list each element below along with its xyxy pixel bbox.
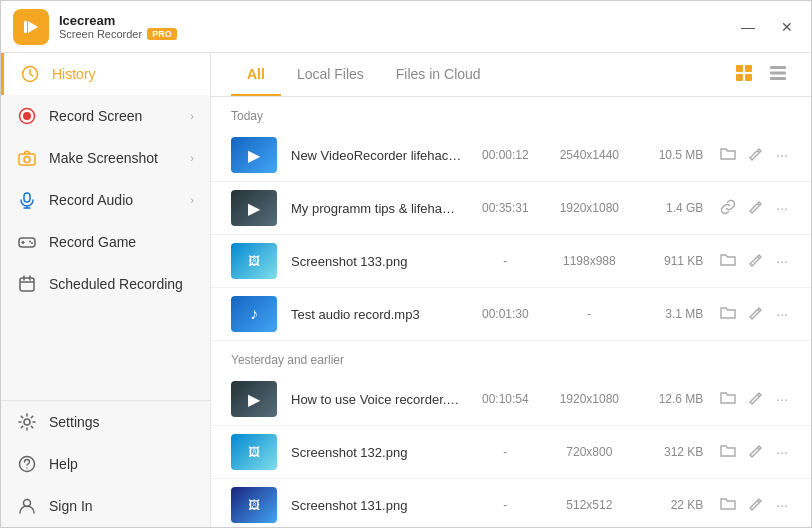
section-yesterday: Yesterday and earlier [211, 341, 811, 373]
sidebar-item-settings-label: Settings [49, 414, 100, 430]
file-name: New VideoRecorder lifehacks.mp4 [291, 148, 461, 163]
folder-button7[interactable] [717, 494, 739, 517]
table-row: ▶ How to use Voice recorder.mp4 00:10:54… [211, 373, 811, 426]
file-thumbnail: 🖼 [231, 243, 277, 279]
more-button6[interactable]: ··· [773, 442, 791, 462]
svg-rect-31 [770, 77, 786, 80]
tab-all[interactable]: All [231, 54, 281, 96]
sidebar-item-help-label: Help [49, 456, 78, 472]
edit-button3[interactable] [745, 250, 767, 273]
tab-cloud[interactable]: Files in Cloud [380, 54, 497, 96]
close-button[interactable]: ✕ [775, 17, 799, 37]
svg-line-34 [758, 256, 760, 258]
file-duration: 00:01:30 [475, 307, 535, 321]
file-resolution: 2540x1440 [549, 148, 629, 162]
edit-button6[interactable] [745, 441, 767, 464]
app-subtitle-text: Screen Recorder [59, 28, 142, 40]
chevron-right-icon3: › [190, 194, 194, 206]
table-row: ♪ Test audio record.mp3 00:01:30 - 3.1 M… [211, 288, 811, 341]
file-duration: - [475, 445, 535, 459]
link-button[interactable] [717, 197, 739, 220]
folder-button[interactable] [717, 144, 739, 167]
sidebar-bottom: Settings Help [1, 400, 210, 527]
list-view-button[interactable] [765, 62, 791, 88]
svg-point-15 [29, 241, 31, 243]
svg-point-7 [24, 157, 30, 163]
more-button4[interactable]: ··· [773, 304, 791, 324]
edit-button7[interactable] [745, 494, 767, 517]
file-thumbnail: ▶ [231, 137, 277, 173]
minimize-button[interactable]: — [735, 17, 761, 37]
file-size: 312 KB [643, 445, 703, 459]
edit-button5[interactable] [745, 388, 767, 411]
clock-icon [20, 64, 40, 84]
svg-rect-6 [19, 154, 35, 165]
mic-icon [17, 190, 37, 210]
file-resolution: 1198x988 [549, 254, 629, 268]
grid-view-button[interactable] [731, 62, 757, 88]
sidebar-item-history[interactable]: History [1, 53, 210, 95]
table-row: 🖼 Screenshot 132.png - 720x800 312 KB [211, 426, 811, 479]
sidebar-item-record-game[interactable]: Record Game [1, 221, 210, 263]
svg-point-5 [23, 112, 31, 120]
sidebar-item-record-audio[interactable]: Record Audio › [1, 179, 210, 221]
svg-point-21 [24, 419, 30, 425]
svg-line-37 [758, 447, 760, 449]
file-actions: ··· [717, 441, 791, 464]
svg-rect-26 [745, 65, 752, 72]
more-button2[interactable]: ··· [773, 198, 791, 218]
edit-button[interactable] [745, 144, 767, 167]
table-row: 🖼 Screenshot 133.png - 1198x988 911 KB [211, 235, 811, 288]
file-resolution: 1920x1080 [549, 392, 629, 406]
sidebar-item-history-label: History [52, 66, 96, 82]
app-icon [13, 9, 49, 45]
svg-rect-2 [24, 21, 27, 33]
svg-rect-27 [736, 74, 743, 81]
file-size: 3.1 MB [643, 307, 703, 321]
more-button3[interactable]: ··· [773, 251, 791, 271]
folder-button3[interactable] [717, 250, 739, 273]
sidebar-item-scheduled[interactable]: Scheduled Recording [1, 263, 210, 305]
file-actions: ··· [717, 144, 791, 167]
folder-button5[interactable] [717, 388, 739, 411]
svg-rect-28 [745, 74, 752, 81]
sidebar-item-screenshot[interactable]: Make Screenshot › [1, 137, 210, 179]
table-row: ▶ My programm tips & lifehacks.mp4 00:35… [211, 182, 811, 235]
svg-rect-25 [736, 65, 743, 72]
svg-line-36 [758, 394, 760, 396]
svg-rect-17 [20, 278, 34, 291]
file-size: 22 KB [643, 498, 703, 512]
file-size: 1.4 GB [643, 201, 703, 215]
calendar-icon [17, 274, 37, 294]
sidebar-item-record-screen-label: Record Screen [49, 108, 142, 124]
more-button7[interactable]: ··· [773, 495, 791, 515]
folder-button6[interactable] [717, 441, 739, 464]
camera-icon [17, 148, 37, 168]
folder-button4[interactable] [717, 303, 739, 326]
svg-line-32 [758, 150, 760, 152]
tab-local[interactable]: Local Files [281, 54, 380, 96]
svg-line-33 [758, 203, 760, 205]
file-duration: 00:10:54 [475, 392, 535, 406]
sidebar-item-record-audio-label: Record Audio [49, 192, 133, 208]
more-button5[interactable]: ··· [773, 389, 791, 409]
sidebar-item-settings[interactable]: Settings [1, 401, 210, 443]
file-name: Screenshot 131.png [291, 498, 461, 513]
more-button[interactable]: ··· [773, 145, 791, 165]
main-layout: History Record Screen › Make Screenshot [1, 53, 811, 527]
file-duration: - [475, 254, 535, 268]
edit-button2[interactable] [745, 197, 767, 220]
file-resolution: 512x512 [549, 498, 629, 512]
user-icon [17, 496, 37, 516]
sidebar-item-signin[interactable]: Sign In [1, 485, 210, 527]
sidebar-item-record-screen[interactable]: Record Screen › [1, 95, 210, 137]
file-duration: 00:00:12 [475, 148, 535, 162]
title-bar: Icecream Screen Recorder PRO — ✕ [1, 1, 811, 53]
edit-button4[interactable] [745, 303, 767, 326]
sidebar-item-help[interactable]: Help [1, 443, 210, 485]
sidebar-item-signin-label: Sign In [49, 498, 93, 514]
svg-rect-29 [770, 66, 786, 69]
file-actions: ··· [717, 494, 791, 517]
file-actions: ··· [717, 197, 791, 220]
question-icon [17, 454, 37, 474]
